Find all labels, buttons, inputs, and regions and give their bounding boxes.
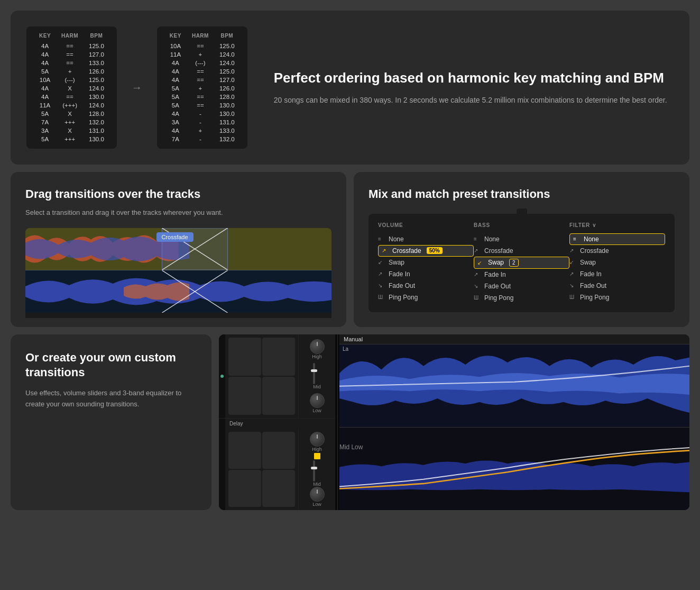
low-knob-2[interactable] xyxy=(310,487,325,502)
transitions-panel: VOLUME ≡ None ↗ Crossfade 50% ↙ Swap xyxy=(369,214,675,312)
table-row: 10A(---)125.0 xyxy=(34,76,109,84)
bass-fadeout[interactable]: ↘ Fade Out xyxy=(474,280,569,292)
mid-slider-1[interactable] xyxy=(313,363,315,384)
bass-none[interactable]: ≡ None xyxy=(474,233,569,245)
create-card: Or create your own custom transitions Us… xyxy=(11,334,211,511)
table-row: 4A(---)124.0 xyxy=(164,59,240,67)
crossfade-label: Crossfade xyxy=(156,232,193,242)
bass-crossfade-label: Crossfade xyxy=(484,247,513,255)
svg-text:Mid Low: Mid Low xyxy=(339,443,363,450)
filter-fadeout[interactable]: ↘ Fade Out xyxy=(569,280,665,292)
eq-left-panel: High Mid Low xyxy=(219,334,335,511)
eq-pad-2a[interactable] xyxy=(228,432,261,469)
filter-crossfade[interactable]: ↗ Crossfade xyxy=(569,245,665,257)
low-label-1: Low xyxy=(310,408,325,413)
mix-card: Mix and match preset transitions VOLUME … xyxy=(354,172,689,327)
volume-swap[interactable]: ↙ Swap xyxy=(378,257,474,268)
waveform-right-2: Mid Low xyxy=(339,428,689,510)
filter-swap-icon: ↙ xyxy=(569,259,577,265)
table-row: 5A+126.0 xyxy=(164,84,240,93)
delay-label: Delay xyxy=(225,419,335,429)
filter-fadein[interactable]: ↗ Fade In xyxy=(569,268,665,280)
high-label-1: High xyxy=(310,354,325,359)
fadeout-icon-f: ↘ xyxy=(569,283,577,288)
low-knob-1[interactable] xyxy=(310,393,325,408)
panel-cols: VOLUME ≡ None ↗ Crossfade 50% ↙ Swap xyxy=(378,222,665,304)
filter-none-label: None xyxy=(584,235,599,243)
filter-fadeout-label: Fade Out xyxy=(580,282,606,289)
bass-none-icon: ≡ xyxy=(474,236,481,242)
table-row: 4A==125.0 xyxy=(164,67,240,76)
swap-num: 2 xyxy=(509,259,519,267)
table-row: 4AX124.0 xyxy=(34,84,109,93)
middle-row: Drag transitions over the tracks Select … xyxy=(11,172,689,327)
volume-fadein[interactable]: ↗ Fade In xyxy=(378,268,474,280)
fadein-icon-b: ↗ xyxy=(474,271,481,277)
bass-fadein[interactable]: ↗ Fade In xyxy=(474,269,569,280)
bass-pingpong[interactable]: Ш Ping Pong xyxy=(474,292,569,304)
crossfade-percent: 50% xyxy=(427,247,443,254)
bass-none-label: None xyxy=(484,235,500,243)
volume-fadeout[interactable]: ↘ Fade Out xyxy=(378,280,474,292)
eq-pads-1 xyxy=(225,334,298,419)
eq-pad-1b[interactable] xyxy=(262,338,295,376)
table-row: 5AX128.0 xyxy=(34,110,109,118)
create-title: Or create your own custom transitions xyxy=(25,350,197,380)
eq-pad-2c[interactable] xyxy=(228,470,261,507)
top-card: KEY HARM BPM 4A==125.04A==127.04A==133.0… xyxy=(11,11,689,165)
bass-pingpong-label: Ping Pong xyxy=(484,294,513,302)
drag-description: Select a transition and drag it over the… xyxy=(25,207,331,218)
table-row: 7A+++132.0 xyxy=(34,118,109,126)
bass-crossfade[interactable]: ↗ Crossfade xyxy=(474,245,569,257)
filter-header: FILTER ∨ xyxy=(569,222,665,228)
bass-swap[interactable]: ↙ Swap 2 xyxy=(474,257,569,269)
table-before: KEY HARM BPM 4A==125.04A==127.04A==133.0… xyxy=(26,26,117,149)
eq-pad-1d[interactable] xyxy=(262,377,295,415)
filter-pingpong-label: Ping Pong xyxy=(580,294,609,301)
col-key-1: KEY xyxy=(34,32,56,42)
eq-pad-1a[interactable] xyxy=(228,338,261,376)
eq-pads-2 xyxy=(225,429,298,510)
low-label-2: Low xyxy=(310,502,325,507)
table-after: KEY HARM BPM 10A==125.011A+124.04A(---)1… xyxy=(157,26,247,149)
waveform-right-panel: Manual La xyxy=(339,334,689,511)
table-row: 3AX131.0 xyxy=(34,126,109,135)
filter-pingpong[interactable]: Ш Ping Pong xyxy=(569,292,665,303)
tables-section: KEY HARM BPM 4A==125.04A==127.04A==133.0… xyxy=(26,26,247,149)
eq-visualizer: High Mid Low xyxy=(219,334,689,511)
bass-header: BASS xyxy=(474,222,569,228)
filter-fadein-label: Fade In xyxy=(580,270,602,278)
volume-crossfade[interactable]: ↗ Crossfade 50% xyxy=(378,245,474,257)
top-description: 20 songs can be mixed in 380 ways. In 2 … xyxy=(274,94,674,106)
mid-slider-2[interactable] xyxy=(313,460,315,482)
high-knob-2[interactable] xyxy=(310,432,325,447)
manual-label: Manual xyxy=(339,334,689,344)
eq-controls-2: High Mid Low xyxy=(298,429,335,510)
table-row: 4A==127.0 xyxy=(164,76,240,84)
high-knob-1[interactable] xyxy=(310,339,325,354)
eq-pad-1c[interactable] xyxy=(228,377,261,415)
volume-pingpong[interactable]: Ш Ping Pong xyxy=(378,292,474,303)
table-row: 5A==128.0 xyxy=(164,93,240,101)
filter-none[interactable]: ≡ None xyxy=(569,233,665,245)
eq-divider xyxy=(335,334,339,511)
waveform-area: Crossfade xyxy=(25,228,331,318)
drag-card: Drag transitions over the tracks Select … xyxy=(11,172,346,327)
arrow-icon: → xyxy=(127,81,146,94)
table-row: 4A+133.0 xyxy=(164,126,240,135)
table-row: 5A==130.0 xyxy=(164,101,240,110)
col-harm-2: HARM xyxy=(187,32,214,42)
volume-column: VOLUME ≡ None ↗ Crossfade 50% ↙ Swap xyxy=(378,222,474,304)
pingpong-icon-f: Ш xyxy=(569,294,577,300)
eq-track-1: High Mid Low xyxy=(219,334,335,419)
drag-title: Drag transitions over the tracks xyxy=(25,187,331,202)
volume-none-label: None xyxy=(389,235,404,243)
eq-pad-2b[interactable] xyxy=(262,432,295,469)
filter-column: FILTER ∨ ≡ None ↗ Crossfade ↙ Swap xyxy=(569,222,665,304)
volume-none[interactable]: ≡ None xyxy=(378,233,474,245)
table-row: 4A==127.0 xyxy=(34,50,109,59)
filter-none-icon: ≡ xyxy=(573,236,581,242)
filter-swap[interactable]: ↙ Swap xyxy=(569,257,665,268)
eq-pad-2d[interactable] xyxy=(262,470,295,507)
col-key-2: KEY xyxy=(164,32,187,42)
